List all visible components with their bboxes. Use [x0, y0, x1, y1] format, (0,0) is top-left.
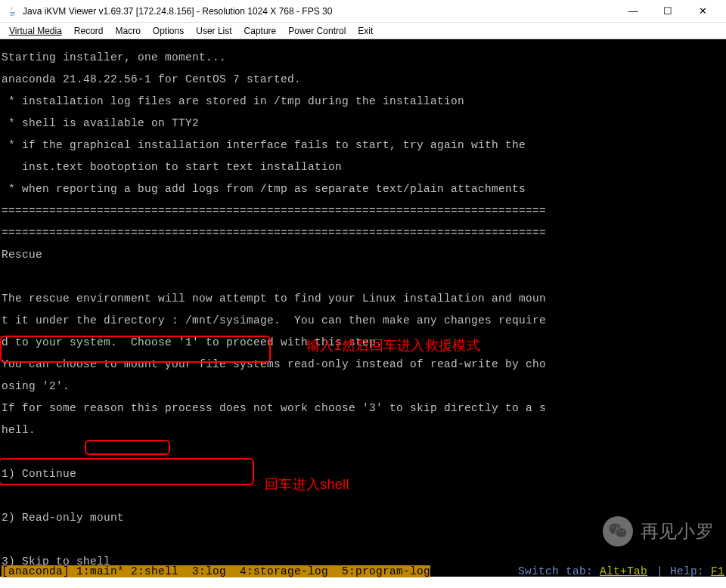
window-titlebar: Java iKVM Viewer v1.69.37 [172.24.8.156]… — [0, 0, 726, 23]
status-switch-tab: Switch tab: Alt+Tab — [518, 566, 647, 577]
status-left: [anaconda] 1:main* 2:shell 3:log 4:stora… — [2, 566, 430, 577]
terminal-line: * if the graphical installation interfac… — [2, 140, 724, 151]
menu-exit[interactable]: Exit — [352, 24, 379, 38]
terminal-line: 1) Continue — [2, 469, 724, 480]
terminal-line: If for some reason this process does not… — [2, 403, 724, 414]
annotation-note-2: 回车进入shell — [265, 479, 349, 491]
menu-user-list[interactable]: User List — [190, 24, 237, 38]
terminal-line — [2, 271, 724, 283]
watermark-text: 再见小罗 — [641, 526, 714, 537]
terminal-line: t it under the directory : /mnt/sysimage… — [2, 315, 724, 326]
terminal-line: Rescue — [2, 249, 724, 261]
terminal-line: inst.text bootoption to start text insta… — [2, 162, 724, 173]
terminal-line: Starting installer, one moment... — [2, 52, 724, 63]
terminal-line: The rescue environment will now attempt … — [2, 293, 724, 305]
terminal-line: * installation log files are stored in /… — [2, 96, 724, 107]
menu-power-control[interactable]: Power Control — [282, 24, 352, 38]
window-controls: — ☐ ✕ — [616, 0, 720, 23]
terminal-line: d to your system. Choose '1' to proceed … — [2, 337, 724, 348]
terminal-line — [2, 491, 724, 502]
menu-virtual-media[interactable]: Virtual Media — [3, 24, 68, 38]
terminal-line: You can choose to mount your file system… — [2, 359, 724, 370]
terminal-line: anaconda 21.48.22.56-1 for CentOS 7 star… — [2, 74, 724, 85]
menu-options[interactable]: Options — [147, 24, 190, 38]
maximize-button[interactable]: ☐ — [650, 0, 685, 23]
menu-record[interactable]: Record — [68, 24, 110, 38]
tmux-status-bar: [anaconda] 1:main* 2:shell 3:log 4:stora… — [0, 566, 726, 577]
window-title: Java iKVM Viewer v1.69.37 [172.24.8.156]… — [23, 6, 616, 17]
java-icon — [6, 5, 18, 17]
status-right: Switch tab: Alt+Tab | Help: F1 — [518, 566, 724, 577]
wechat-icon — [603, 516, 633, 546]
terminal-line: hell. — [2, 425, 724, 436]
terminal-line: osing '2'. — [2, 381, 724, 392]
status-help: | Help: F1 — [656, 566, 724, 577]
terminal-line: * shell is available on TTY2 — [2, 118, 724, 129]
terminal-line: ========================================… — [2, 206, 724, 217]
terminal-line: * when reporting a bug add logs from /tm… — [2, 184, 724, 195]
menu-capture[interactable]: Capture — [238, 24, 283, 38]
menu-macro[interactable]: Macro — [110, 24, 147, 38]
terminal-line — [2, 447, 724, 458]
watermark-overlay: 再见小罗 — [603, 516, 714, 546]
menu-bar: Virtual Media Record Macro Options User … — [0, 23, 726, 39]
minimize-button[interactable]: — — [616, 0, 650, 23]
close-button[interactable]: ✕ — [685, 0, 720, 23]
terminal-line — [2, 578, 724, 589]
terminal-line: ========================================… — [2, 227, 724, 239]
terminal-output[interactable]: Starting installer, one moment... anacon… — [0, 39, 726, 577]
